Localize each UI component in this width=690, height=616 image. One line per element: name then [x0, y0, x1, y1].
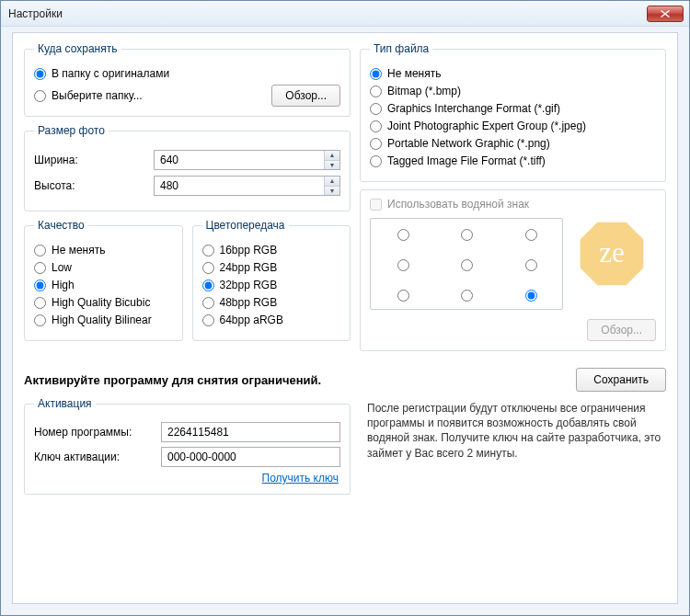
watermark-pos-radio[interactable]	[397, 229, 409, 241]
filetype-radio-input[interactable]	[370, 68, 382, 80]
filetype-radio-label: Bitmap (*.bmp)	[387, 85, 461, 97]
logo-icon: ze	[576, 218, 648, 290]
watermark-pos-radio[interactable]	[525, 229, 537, 241]
color-option[interactable]: 24bpp RGB	[202, 261, 341, 274]
filetype-option[interactable]: Graphics Interchange Format (*.gif)	[370, 102, 656, 115]
watermark-pos-radio[interactable]	[525, 290, 537, 302]
program-number-input[interactable]	[161, 422, 340, 442]
filetype-radio-label: Graphics Interchange Format (*.gif)	[387, 102, 560, 115]
quality-radio-input[interactable]	[34, 245, 46, 257]
filetype-radio-input[interactable]	[370, 138, 382, 150]
window-title: Настройки	[8, 7, 647, 20]
color-radio-input[interactable]	[202, 245, 214, 257]
filetype-radio-input[interactable]	[370, 120, 382, 132]
watermark-pos-cell[interactable]	[434, 219, 498, 249]
settings-window: Настройки Куда сохранять В папку с ориги…	[0, 0, 690, 616]
color-radio-input[interactable]	[202, 262, 214, 274]
filetype-radio-label: Joint Photographic Expert Group (*.jpeg)	[387, 120, 586, 132]
height-spin-up[interactable]: ▲	[325, 177, 339, 187]
quality-radio-input[interactable]	[34, 262, 46, 274]
filetype-option[interactable]: Tagged Image File Format (*.tiff)	[370, 154, 656, 167]
color-radio-label: 64bpp aRGB	[220, 314, 283, 326]
browse-folder-button[interactable]: Обзор...	[271, 85, 340, 107]
watermark-pos-cell[interactable]	[434, 279, 498, 309]
color-radio-label: 48bpp RGB	[220, 296, 278, 309]
quality-option[interactable]: High Quality Bicubic	[34, 296, 173, 309]
close-button[interactable]	[647, 6, 684, 22]
color-option[interactable]: 16bpp RGB	[202, 244, 341, 257]
width-spin-down[interactable]: ▼	[325, 161, 339, 170]
close-icon	[661, 10, 670, 17]
svg-text:ze: ze	[599, 236, 625, 268]
filetype-radio-input[interactable]	[370, 155, 382, 167]
width-spinner[interactable]: ▲ ▼	[154, 150, 340, 170]
get-key-link[interactable]: Получить ключ	[262, 472, 339, 485]
watermark-checkbox-label: Использовать водяной знак	[387, 198, 529, 211]
width-label: Ширина:	[34, 154, 154, 166]
filetype-radio-input[interactable]	[370, 86, 382, 97]
watermark-pos-cell[interactable]	[371, 249, 434, 279]
group-color-legend: Цветопередача	[202, 219, 289, 232]
color-radio-label: 32bpp RGB	[220, 279, 278, 291]
color-radio-input[interactable]	[202, 314, 214, 326]
filetype-option[interactable]: Не менять	[370, 67, 656, 80]
color-radio-input[interactable]	[202, 297, 214, 309]
radio-save-choose[interactable]: Выберите папку...	[34, 89, 143, 102]
group-filetype-legend: Тип файла	[370, 42, 432, 55]
quality-option[interactable]: Low	[34, 261, 173, 274]
quality-radio-input[interactable]	[34, 314, 46, 326]
watermark-pos-cell[interactable]	[499, 279, 562, 309]
watermark-pos-radio[interactable]	[525, 259, 537, 271]
radio-save-choose-input[interactable]	[34, 90, 46, 102]
filetype-option[interactable]: Bitmap (*.bmp)	[370, 85, 656, 97]
watermark-pos-cell[interactable]	[499, 249, 562, 279]
radio-save-originals-input[interactable]	[34, 68, 46, 80]
filetype-option[interactable]: Joint Photographic Expert Group (*.jpeg)	[370, 120, 656, 132]
quality-radio-label: High Quality Bicubic	[52, 296, 150, 309]
color-option[interactable]: 64bpp aRGB	[202, 314, 341, 326]
watermark-position-grid	[370, 218, 563, 310]
watermark-pos-radio[interactable]	[397, 259, 409, 271]
width-spin-up[interactable]: ▲	[325, 151, 339, 161]
color-option[interactable]: 32bpp RGB	[202, 279, 341, 291]
save-button[interactable]: Сохранить	[576, 368, 666, 392]
radio-save-originals[interactable]: В папку с оригиналами	[34, 67, 340, 80]
watermark-pos-radio[interactable]	[397, 290, 409, 302]
activation-key-input[interactable]	[161, 447, 340, 467]
watermark-pos-radio[interactable]	[461, 290, 473, 302]
watermark-pos-cell[interactable]	[371, 279, 434, 309]
watermark-pos-cell[interactable]	[499, 219, 562, 249]
filetype-radio-input[interactable]	[370, 103, 382, 115]
group-size: Размер фото Ширина: ▲ ▼ Высота:	[24, 124, 351, 211]
filetype-radio-label: Portable Network Graphic (*.png)	[387, 137, 550, 150]
width-input[interactable]	[155, 151, 324, 169]
group-quality-legend: Качество	[34, 219, 88, 232]
quality-radio-input[interactable]	[34, 297, 46, 309]
quality-radio-input[interactable]	[34, 279, 46, 291]
watermark-pos-radio[interactable]	[461, 229, 473, 241]
quality-radio-label: Low	[52, 261, 72, 274]
group-color: Цветопередача 16bpp RGB24bpp RGB32bpp RG…	[192, 219, 351, 341]
group-watermark: Использовать водяной знак ze Обзор...	[360, 189, 666, 351]
watermark-pos-cell[interactable]	[371, 219, 434, 249]
watermark-pos-cell[interactable]	[434, 249, 498, 279]
quality-option[interactable]: High	[34, 279, 173, 291]
quality-option[interactable]: Не менять	[34, 244, 173, 257]
activation-key-label: Ключ активации:	[34, 451, 154, 463]
filetype-radio-label: Не менять	[387, 67, 441, 80]
quality-option[interactable]: High Quality Bilinear	[34, 314, 173, 326]
group-activation-legend: Активация	[34, 397, 96, 410]
filetype-radio-label: Tagged Image File Format (*.tiff)	[387, 154, 546, 167]
group-activation: Активация Номер программы: Ключ активаци…	[24, 397, 351, 495]
titlebar: Настройки	[1, 1, 689, 27]
quality-radio-label: High Quality Bilinear	[52, 314, 152, 326]
filetype-option[interactable]: Portable Network Graphic (*.png)	[370, 137, 656, 150]
watermark-pos-radio[interactable]	[461, 259, 473, 271]
height-spinner[interactable]: ▲ ▼	[154, 176, 340, 196]
color-option[interactable]: 48bpp RGB	[202, 296, 341, 309]
group-save-to-legend: Куда сохранять	[34, 42, 121, 55]
height-spin-down[interactable]: ▼	[325, 187, 339, 196]
height-input[interactable]	[155, 177, 324, 195]
color-radio-input[interactable]	[202, 279, 214, 291]
color-radio-label: 24bpp RGB	[220, 261, 278, 274]
